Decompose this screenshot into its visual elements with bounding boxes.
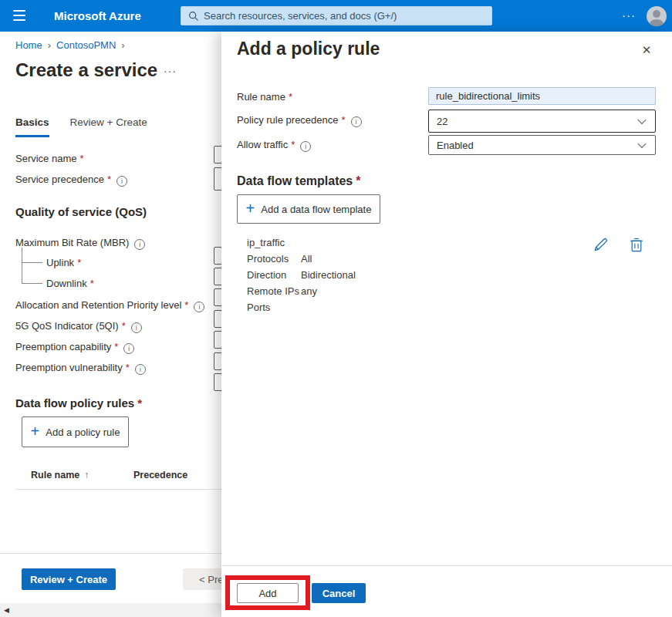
required-mark: * [77,257,81,268]
breadcrumb-contosopmn-link[interactable]: ContosoPMN [56,39,116,51]
scroll-left-icon[interactable]: ◀ [4,603,9,617]
add-button[interactable]: Add [237,583,299,603]
breadcrumb-separator-icon: › [116,39,130,51]
required-mark: * [342,114,346,126]
top-bar: Microsoft Azure ··· [0,0,672,32]
panel-title: Add a policy rule [237,39,380,59]
avatar-body [650,19,664,26]
downlink-label: Downlink* [46,278,94,289]
preemption-vulnerability-label: Preemption vulnerability*i [15,362,146,375]
label-text: Rule name [237,91,285,103]
horizontal-scrollbar[interactable]: ◀ [0,603,221,617]
info-icon[interactable]: i [131,322,142,333]
edit-template-button[interactable] [593,237,610,254]
search-input[interactable] [199,10,491,22]
label-text: Allow traffic [237,139,288,150]
azure-portal: Microsoft Azure ··· Home›ContosoPMN› Cre… [0,0,672,617]
breadcrumb-separator-icon: › [42,39,56,51]
required-mark: * [289,91,292,103]
add-policy-rule-panel: Add a policy rule ✕ Rule name* Policy ru… [221,32,672,617]
heading-text: Data flow templates [237,174,353,187]
table-divider [15,489,221,490]
row-value: Bidirectional [301,269,356,281]
allow-traffic-label: Allow traffic*i [237,139,311,152]
brand-title: Microsoft Azure [54,0,141,32]
tree-connector-uplink [22,248,42,263]
info-icon[interactable]: i [351,116,362,127]
required-mark: * [79,153,83,164]
hamburger-menu-icon[interactable] [13,10,25,21]
trash-icon [630,237,643,253]
allow-traffic-select[interactable]: Enabled [428,135,656,155]
table-header-rule-name[interactable]: Rule name↑ [31,470,89,480]
info-icon[interactable]: i [194,302,204,312]
avatar-head [653,10,660,18]
label-text: Downlink [46,278,87,289]
heading-text: Data flow policy rules [15,396,134,410]
template-name: ip_traffic [247,237,285,248]
row-label: Ports [247,302,301,313]
required-mark: * [90,278,94,289]
plus-icon: + [246,201,255,216]
selected-value: 22 [437,116,447,127]
data-flow-templates-heading: Data flow templates* [237,174,361,188]
breadcrumb: Home›ContosoPMN› [15,39,130,51]
policy-rule-precedence-select[interactable]: 22 [428,110,656,133]
rule-name-label: Rule name* [237,91,292,103]
row-label: Protocols [247,253,301,265]
add-data-flow-template-button[interactable]: + Add a data flow template [237,194,380,224]
label-text: Service precedence [15,174,104,185]
chevron-down-icon [637,116,646,124]
header-text: Precedence [133,470,187,480]
label-text: Service name [15,153,76,164]
info-icon[interactable]: i [117,176,127,187]
policy-rule-precedence-label: Policy rule precedence*i [237,114,362,127]
fiveqi-label: 5G QoS Indicator (5QI)*i [15,320,142,333]
account-avatar[interactable] [647,6,667,26]
tab-basics-label: Basics [15,116,49,128]
table-header-precedence[interactable]: Precedence [133,470,187,480]
template-remote-ips-row: Remote IPsany [247,285,317,297]
global-search[interactable] [181,6,492,25]
label-text: Policy rule precedence [237,114,339,126]
label-text: Preemption vulnerability [15,362,123,373]
topbar-more-icon[interactable]: ··· [616,0,641,30]
service-name-label: Service name* [15,153,84,164]
footer-divider [0,553,221,554]
row-value: any [301,285,317,297]
panel-footer-divider [221,565,672,566]
template-protocols-row: ProtocolsAll [247,253,312,265]
template-ports-row: Ports [247,302,301,313]
tab-review-create-label: Review + Create [70,116,147,128]
delete-template-button[interactable] [630,237,647,254]
cancel-button[interactable]: Cancel [312,583,366,603]
selected-value: Enabled [437,140,474,151]
qos-heading: Quality of service (QoS) [15,205,147,218]
required-mark: * [356,174,360,187]
page-title: Create a service [15,59,157,81]
info-icon[interactable]: i [300,141,311,152]
pencil-icon [593,237,609,253]
label-text: 5G QoS Indicator (5QI) [15,320,119,332]
info-icon[interactable]: i [134,239,145,250]
arp-level-label: Allocation and Retention Priority level*… [15,299,204,312]
info-icon[interactable]: i [135,364,146,375]
review-create-button[interactable]: Review + Create [22,568,116,590]
plus-icon: + [31,423,40,439]
tab-review-create[interactable]: Review + Create [70,116,147,137]
required-mark: * [137,396,142,410]
uplink-label: Uplink* [46,257,81,268]
add-policy-rule-button[interactable]: + Add a policy rule [22,416,129,447]
breadcrumb-home-link[interactable]: Home [15,39,42,51]
info-icon[interactable]: i [123,343,134,354]
required-mark: * [291,139,295,150]
tree-connector-downlink [22,262,42,284]
close-icon[interactable]: ✕ [638,42,655,59]
rule-name-input[interactable] [428,87,656,105]
title-more-icon[interactable]: ··· [164,65,177,77]
add-template-label: Add a data flow template [261,204,371,215]
tab-basics[interactable]: Basics [15,116,49,137]
sort-ascending-icon: ↑ [84,470,89,480]
label-text: Preemption capability [15,341,111,352]
header-text: Rule name [31,470,79,480]
